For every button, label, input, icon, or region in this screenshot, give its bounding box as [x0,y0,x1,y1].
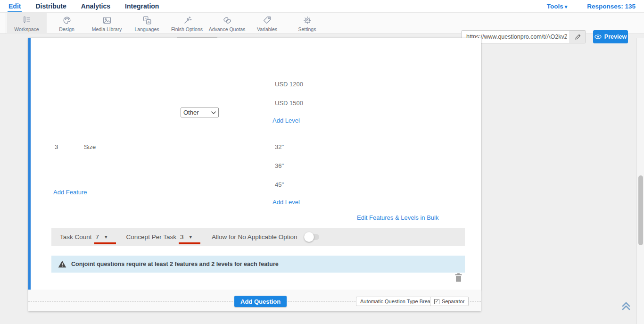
level-value[interactable]: 45" [275,181,284,188]
add-question-button[interactable]: Add Question [234,296,287,307]
tag-icon [262,15,272,25]
concept-per-task-dropdown[interactable]: 3 ▾ [180,233,192,241]
toolbar-label: Advance Quotas [209,26,246,32]
concept-per-task-label: Concept Per Task [126,233,176,241]
feature-index: 3 [55,143,58,150]
checkbox-checked-icon[interactable]: ✓ [434,299,439,304]
separator-toggle[interactable]: ✓ Separator [430,297,469,306]
chain-icon [222,15,232,25]
caret-down-icon: ▾ [189,234,192,240]
add-question-strip: Add Question Automatic Question Type Bre… [28,290,481,311]
spellcheck-underline [94,242,116,244]
toolbar-label: Workspace [14,26,39,32]
task-count-dropdown[interactable]: 7 ▾ [96,233,107,241]
top-nav-right: Tools▾ Responses: 135 [547,3,644,10]
scroll-to-top-button[interactable] [619,299,633,313]
add-level-link[interactable]: Add Level [272,117,300,124]
level-value[interactable]: 36" [275,162,284,169]
task-count-label: Task Count [60,233,92,241]
feature-name[interactable]: Size [84,143,96,150]
toolbar-languages-button[interactable]: * A Languages [127,13,167,34]
editor-toolbar: Workspace Design Media Library * A La [0,13,644,34]
top-nav-tabs: Edit Distribute Analytics Integration [0,2,159,10]
toolbar-finish-options-button[interactable]: Finish Options [167,13,207,34]
toolbar-variables-button[interactable]: Variables [247,13,287,34]
toolbar-label: Finish Options [171,26,203,32]
gear-icon [302,15,313,25]
tab-integration[interactable]: Integration [125,2,159,10]
tab-analytics[interactable]: Analytics [81,2,110,10]
page-scrollbar-track[interactable] [636,38,644,324]
auto-question-type-break-button[interactable]: Automatic Question Type Break [356,297,438,306]
translate-icon: * A [142,15,152,25]
eye-icon [594,34,602,39]
toolbar-design-button[interactable]: Design [47,13,87,34]
image-icon [102,15,112,25]
toolbar-settings-button[interactable]: Settings [287,13,327,34]
svg-text:A: A [147,20,149,24]
toolbar-label: Languages [135,26,159,32]
bulk-edit-link[interactable]: Edit Features & Levels in Bulk [357,214,438,221]
feature-type-selected-value: Other [183,109,211,116]
no-applicable-toggle[interactable] [305,234,319,240]
wand-icon [182,15,192,25]
toolbar-label: Variables [257,26,277,32]
toolbar-media-library-button[interactable]: Media Library [87,13,127,34]
warning-icon [58,260,66,268]
tab-distribute[interactable]: Distribute [35,2,66,10]
level-value[interactable]: 32" [275,143,284,150]
spellcheck-underline [179,242,200,244]
feature-type-select[interactable]: Other [181,108,219,117]
level-value[interactable]: USD 1500 [275,100,303,107]
no-applicable-option-label: Allow for No Applicable Option [212,233,297,241]
responses-count-link[interactable]: Responses: 135 [587,3,636,10]
workspace-icon [22,15,32,25]
add-level-link[interactable]: Add Level [272,199,300,206]
double-chevron-up-icon [619,299,633,313]
toolbar-label: Design [59,26,74,32]
concept-per-task-value: 3 [180,233,184,241]
toolbar-workspace-button[interactable]: Workspace [7,13,47,34]
conjoint-warning-box: Conjoint questions require at least 2 fe… [51,256,465,273]
task-count-value: 7 [96,233,99,241]
pencil-icon [575,34,581,40]
select-arrow-icon [211,111,216,114]
palette-icon [62,15,72,25]
toolbar-advance-quotas-button[interactable]: Advance Quotas [207,13,247,34]
caret-down-icon: ▾ [105,234,107,240]
toolbar-label: Media Library [92,26,122,32]
edit-url-button[interactable] [570,31,586,43]
add-feature-link[interactable]: Add Feature [53,189,87,196]
tools-menu[interactable]: Tools▾ [547,3,568,10]
caret-down-icon: ▾ [565,4,568,9]
delete-question-icon[interactable] [454,273,462,282]
warning-text: Conjoint questions require at least 2 fe… [71,261,279,267]
toolbar-left-divider [6,13,6,34]
level-value[interactable]: USD 1200 [275,81,303,88]
preview-button[interactable]: Preview [593,30,628,43]
tab-edit[interactable]: Edit [8,2,21,10]
conjoint-question-editor: USD 1200 USD 1500 Add Level 3 Size Other… [28,38,481,290]
top-nav: Edit Distribute Analytics Integration To… [0,0,644,13]
toggle-knob [304,232,314,242]
survey-question-card: USD 1200 USD 1500 Add Level 3 Size Other… [28,38,481,311]
questionpro-survey-editor: Edit Distribute Analytics Integration To… [0,0,644,324]
toolbar-label: Settings [298,26,316,32]
page-scrollbar-thumb[interactable] [638,175,643,245]
conjoint-settings-bar: Task Count 7 ▾ Concept Per Task 3 ▾ Allo… [51,228,465,246]
